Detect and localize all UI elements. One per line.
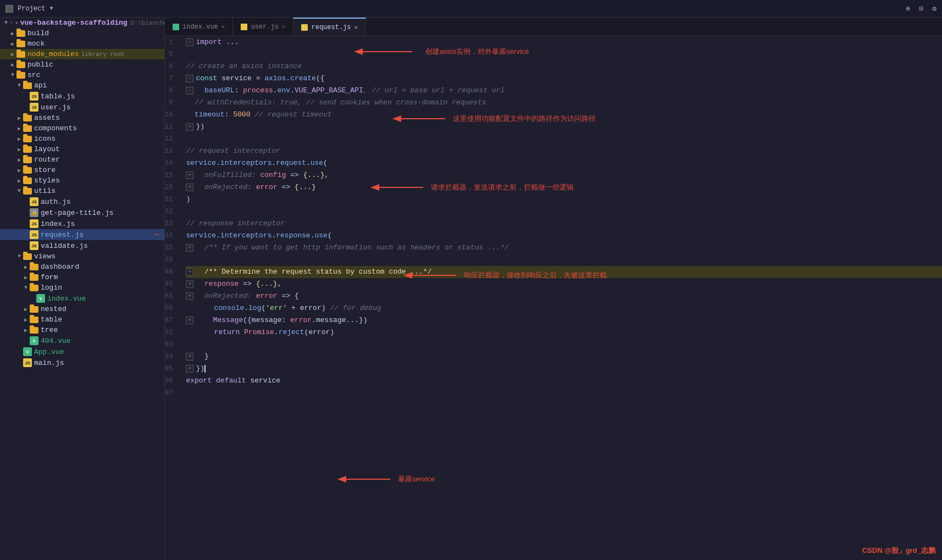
sidebar-item-user-js[interactable]: JS user.js <box>0 102 164 113</box>
icons-label: icons <box>34 135 56 143</box>
utils-folder-icon <box>23 188 32 195</box>
views-label: views <box>34 252 56 260</box>
api-label: api <box>34 81 47 90</box>
sidebar-item-form[interactable]: form <box>0 272 164 282</box>
tab-label-user-js: user.js <box>251 23 278 31</box>
request-js-label: request.js <box>41 231 84 239</box>
fold-40[interactable]: + <box>186 268 193 276</box>
sidebar-item-public[interactable]: public <box>0 59 164 70</box>
token-dots: ... <box>221 36 239 48</box>
sidebar-item-login-index-vue[interactable]: V index.vue <box>0 293 164 304</box>
tab-close-user-js[interactable]: ✕ <box>282 23 286 30</box>
code-line-6: // create an axios instance <box>186 60 942 73</box>
code-line-97 <box>186 387 942 399</box>
line-numbers: 1 5 6 7 8 9 10 11 12 13 14 15 26 31 32 3… <box>165 36 179 560</box>
code-line-1: - import ... <box>186 36 942 48</box>
project-dropdown-icon[interactable]: ▼ <box>49 5 53 12</box>
tab-index-vue[interactable]: index.vue ✕ <box>165 18 233 36</box>
sidebar-item-api[interactable]: api <box>0 80 164 91</box>
sidebar-item-components[interactable]: components <box>0 123 164 134</box>
sidebar-item-request-js[interactable]: JS request.js ← <box>0 229 164 240</box>
sidebar-item-assets[interactable]: assets <box>0 113 164 123</box>
fold-8[interactable]: - <box>186 87 193 95</box>
code-line-35: + /** If you want to get http informatio… <box>186 242 942 254</box>
sidebar-item-validate-js[interactable]: JS validate.js <box>0 240 164 251</box>
sidebar-item-node-modules[interactable]: node_modules library root <box>0 49 164 59</box>
tab-close-index-vue[interactable]: ✕ <box>221 23 225 30</box>
code-lines[interactable]: - import ... // create an axios instance… <box>179 36 942 560</box>
app-vue-icon: V <box>23 347 32 356</box>
sidebar-item-build[interactable]: build <box>0 28 164 38</box>
node-modules-label: node_modules <box>27 50 79 58</box>
sidebar-item-router[interactable]: router <box>0 154 164 165</box>
sidebar-item-views[interactable]: views <box>0 251 164 262</box>
code-line-92: return Promise . reject (error) <box>186 326 942 339</box>
layout-folder-icon <box>23 146 32 153</box>
fold-45[interactable]: + <box>186 280 193 288</box>
token-comment-6: // create an axios instance <box>186 60 302 73</box>
sidebar-item-auth-js[interactable]: JS auth.js <box>0 196 164 207</box>
store-folder-icon <box>23 167 32 174</box>
api-chevron <box>15 82 23 88</box>
fold-87[interactable]: + <box>186 317 193 324</box>
root-label: vue-backstage-scaffolding <box>20 19 128 27</box>
login-folder-icon <box>30 285 38 291</box>
sidebar-item-get-page-title[interactable]: 🔒 get-page-title.js <box>0 207 164 218</box>
sidebar-item-styles[interactable]: styles <box>0 175 164 186</box>
fold-15[interactable]: + <box>186 171 193 179</box>
fold-11[interactable]: + <box>186 123 193 131</box>
public-folder-icon <box>16 62 25 68</box>
styles-label: styles <box>34 176 60 185</box>
sidebar-item-utils-index-js[interactable]: JS index.js <box>0 218 164 229</box>
code-line-11: + }) <box>186 121 942 133</box>
tree-label: tree <box>41 326 58 334</box>
router-folder-icon <box>23 157 32 163</box>
settings-icon[interactable]: ⚙ <box>932 4 937 13</box>
sidebar-item-table-js[interactable]: JS table.js <box>0 91 164 102</box>
get-page-title-icon: 🔒 <box>30 208 38 217</box>
tab-close-request-js[interactable]: ✕ <box>354 24 358 31</box>
layout-label: layout <box>34 145 60 153</box>
code-line-7: - const service = axios . create ({ <box>186 73 942 85</box>
sidebar-item-main-js[interactable]: JS main.js <box>0 357 164 368</box>
sidebar-item-login[interactable]: login <box>0 282 164 293</box>
sidebar-item-layout[interactable]: layout <box>0 144 164 154</box>
fold-35[interactable]: + <box>186 244 193 252</box>
project-label: Project <box>18 5 45 13</box>
tab-user-js[interactable]: user.js ✕ <box>233 18 293 36</box>
sidebar-item-icons[interactable]: icons <box>0 134 164 144</box>
sidebar-item-root[interactable]: ▪ ▪ vue-backstage-scaffolding D:\bianche… <box>0 18 164 28</box>
user-js-label: user.js <box>41 103 71 112</box>
sidebar-item-table-folder[interactable]: table <box>0 314 164 325</box>
code-editor[interactable]: 1 5 6 7 8 9 10 11 12 13 14 15 26 31 32 3… <box>165 36 942 560</box>
locate-icon[interactable]: ⊕ <box>906 4 911 13</box>
fold-1[interactable]: - <box>186 38 193 46</box>
fold-26[interactable]: + <box>186 184 193 191</box>
tab-label-request-js: request.js <box>311 24 351 31</box>
sidebar-item-src[interactable]: src <box>0 70 164 80</box>
tab-request-js[interactable]: request.js ✕ <box>293 18 366 36</box>
request-js-icon: JS <box>30 230 38 239</box>
login-index-vue-label: index.vue <box>47 295 86 303</box>
sidebar-item-dashboard[interactable]: dashboard <box>0 262 164 272</box>
sidebar-item-404-vue[interactable]: V 404.vue <box>0 335 164 346</box>
collapse-icon[interactable]: ⊟ <box>919 4 923 13</box>
title-bar-left: Project ▼ <box>5 5 53 13</box>
tab-icon-index-vue <box>173 24 179 30</box>
get-page-title-label: get-page-title.js <box>41 209 114 217</box>
fold-85[interactable]: + <box>186 292 193 300</box>
fold-7[interactable]: - <box>186 75 193 82</box>
views-folder-icon <box>23 253 32 260</box>
sidebar-item-utils[interactable]: utils <box>0 186 164 196</box>
node-modules-chevron <box>9 51 16 58</box>
token-import: import <box>196 36 221 48</box>
sidebar-item-mock[interactable]: mock <box>0 38 164 49</box>
sidebar-item-store[interactable]: store <box>0 165 164 175</box>
sidebar-item-nested[interactable]: nested <box>0 304 164 314</box>
sidebar-item-tree[interactable]: tree <box>0 325 164 335</box>
node-modules-lib-root: library root <box>81 51 125 58</box>
fold-94[interactable]: + <box>186 353 193 361</box>
fold-95[interactable]: + <box>186 365 193 373</box>
form-chevron <box>22 274 30 281</box>
sidebar-item-app-vue[interactable]: V App.vue <box>0 346 164 357</box>
